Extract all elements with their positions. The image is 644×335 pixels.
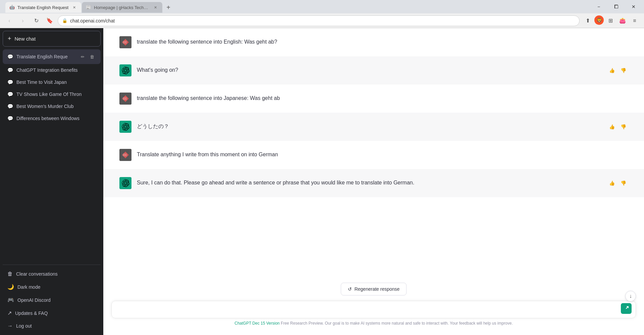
address-bar[interactable]: 🔒 chat.openai.com/chat (58, 15, 580, 26)
back-button[interactable]: ‹ (4, 15, 15, 26)
chat-main: translate the following sentence into En… (103, 28, 644, 335)
tab-close-1[interactable]: ✕ (71, 4, 77, 10)
message-row-1: translate the following sentence into En… (103, 28, 644, 56)
updates-faq-label: Updates & FAQ (15, 311, 48, 316)
chat-bubble-icon-2: 💬 (7, 79, 13, 85)
chat-item-label-3: TV Shows Like Game Of Thron (16, 92, 96, 97)
tab-bar: 🤖 Translate English Request ✕ 📰 Homepage… (3, 1, 588, 13)
input-wrapper (111, 301, 636, 318)
sidebar-item-tv-shows[interactable]: 💬 TV Shows Like Game Of Thron (3, 88, 101, 100)
external-link-icon: ↗ (7, 310, 12, 316)
sidebar-bottom: 🗑 Clear conversations 🌙 Dark mode 🎮 Open… (3, 268, 101, 332)
tab-ghacks[interactable]: 📰 Homepage | gHacks Technology News ✕ (82, 2, 162, 13)
chat-bubble-icon-0: 💬 (7, 54, 13, 59)
refresh-button[interactable]: ↻ (31, 15, 42, 26)
window-controls: − ⧠ ✕ (591, 1, 641, 12)
minimize-button[interactable]: − (591, 1, 606, 12)
log-out-label: Log out (16, 323, 32, 329)
plus-icon: + (8, 35, 11, 42)
send-button[interactable] (621, 303, 632, 314)
sidebar-toggle-button[interactable]: ⊞ (605, 15, 616, 26)
forward-button[interactable]: › (17, 15, 28, 26)
share-button[interactable]: ⬆ (582, 15, 593, 26)
tab-title-1: Translate English Request (17, 5, 68, 10)
sidebar: + New chat 💬 Translate English Reque ✏ 🗑… (0, 28, 103, 335)
user-avatar-1 (119, 36, 131, 48)
thumbs-up-button-4[interactable]: 👍 (607, 122, 616, 131)
openai-discord-label: OpenAI Discord (17, 297, 51, 303)
chatgpt-avatar-6 (119, 177, 131, 189)
dark-mode-button[interactable]: 🌙 Dark mode (3, 280, 101, 293)
chat-item-label-1: ChatGPT Integration Benefits (16, 67, 96, 73)
footer-link[interactable]: ChatGPT Dec 15 Version (234, 321, 280, 326)
message-content-5: Translate anything I write from this mom… (137, 149, 439, 161)
chat-item-label-2: Best Time to Visit Japan (16, 79, 96, 85)
chat-bubble-icon-3: 💬 (7, 92, 13, 97)
user-avatar-3 (119, 93, 131, 105)
chat-input[interactable] (112, 301, 636, 317)
input-area: ↺ Regenerate response ChatGPT Dec 15 Ver… (103, 277, 644, 335)
chat-item-label-5: Differences between Windows (16, 116, 96, 121)
message-row-4: どうしたの？ 👍 👎 (103, 113, 644, 141)
user-avatar-5 (119, 149, 131, 161)
nav-bar: ‹ › ↻ 🔖 🔒 chat.openai.com/chat ⬆ 🦁 ⊞ 👛 ≡ (0, 13, 644, 28)
dark-mode-label: Dark mode (17, 284, 40, 290)
edit-chat-button[interactable]: ✏ (78, 53, 87, 61)
message-actions-6: 👍 👎 (607, 177, 628, 188)
messages-container: translate the following sentence into En… (103, 28, 644, 277)
message-content-6: Sure, I can do that. Please go ahead and… (137, 177, 439, 189)
bookmark-button[interactable]: 🔖 (44, 15, 55, 26)
tab-favicon-2: 📰 (86, 5, 91, 10)
brave-shield-button[interactable]: 🦁 (594, 15, 604, 25)
menu-button[interactable]: ≡ (629, 15, 640, 26)
thumbs-down-button-2[interactable]: 👎 (619, 66, 628, 75)
message-content-4: どうしたの？ (137, 121, 439, 133)
scroll-bottom-button[interactable]: ↓ (625, 291, 636, 301)
footer-text: ChatGPT Dec 15 Version Free Research Pre… (111, 318, 636, 327)
thumbs-up-button-6[interactable]: 👍 (607, 178, 616, 188)
message-row-6: Sure, I can do that. Please go ahead and… (103, 169, 644, 197)
sidebar-item-best-time-japan[interactable]: 💬 Best Time to Visit Japan (3, 76, 101, 88)
message-content-2: What's going on? (137, 64, 439, 76)
browser-frame: 🤖 Translate English Request ✕ 📰 Homepage… (0, 0, 644, 335)
footer-description: Free Research Preview. Our goal is to ma… (280, 321, 513, 326)
regenerate-button[interactable]: ↺ Regenerate response (341, 283, 407, 295)
sidebar-item-chatgpt-integration[interactable]: 💬 ChatGPT Integration Benefits (3, 64, 101, 76)
address-text: chat.openai.com/chat (70, 18, 115, 23)
clear-conversations-button[interactable]: 🗑 Clear conversations (3, 268, 101, 280)
chatgpt-avatar-2 (119, 64, 131, 76)
tab-close-2[interactable]: ✕ (152, 4, 158, 10)
clear-conversations-label: Clear conversations (16, 271, 58, 277)
new-tab-button[interactable]: + (163, 2, 174, 13)
wallet-button[interactable]: 👛 (617, 15, 628, 26)
message-content-1: translate the following sentence into En… (137, 36, 439, 48)
log-out-button[interactable]: → Log out (3, 320, 101, 332)
chat-bubble-icon-5: 💬 (7, 116, 13, 121)
message-content-3: translate the following sentence into Ja… (137, 93, 439, 105)
thumbs-down-button-4[interactable]: 👎 (619, 122, 628, 131)
message-row-3: translate the following sentence into Ja… (103, 85, 644, 113)
chat-item-label-0: Translate English Reque (16, 54, 75, 59)
tab-translate-english[interactable]: 🤖 Translate English Request ✕ (5, 2, 81, 13)
sidebar-item-best-womens[interactable]: 💬 Best Women's Murder Club (3, 100, 101, 112)
thumbs-down-button-6[interactable]: 👎 (619, 178, 628, 188)
sidebar-item-differences-windows[interactable]: 💬 Differences between Windows (3, 112, 101, 124)
new-chat-button[interactable]: + New chat (3, 31, 101, 47)
updates-faq-button[interactable]: ↗ Updates & FAQ (3, 306, 101, 320)
message-row-2: What's going on? 👍 👎 (103, 56, 644, 85)
message-actions-2: 👍 👎 (607, 64, 628, 75)
close-button[interactable]: ✕ (626, 1, 641, 12)
sidebar-item-translate-english[interactable]: 💬 Translate English Reque ✏ 🗑 (3, 49, 101, 64)
regenerate-icon: ↺ (348, 286, 352, 292)
new-chat-label: New chat (15, 36, 36, 42)
message-actions-4: 👍 👎 (607, 121, 628, 131)
thumbs-up-button-2[interactable]: 👍 (607, 66, 616, 75)
sidebar-divider (3, 265, 101, 265)
delete-chat-button[interactable]: 🗑 (88, 53, 96, 61)
tab-favicon-1: 🤖 (9, 5, 15, 10)
app-container: + New chat 💬 Translate English Reque ✏ 🗑… (0, 28, 644, 335)
regenerate-label: Regenerate response (355, 286, 400, 292)
maximize-button[interactable]: ⧠ (608, 1, 624, 12)
openai-discord-button[interactable]: 🎮 OpenAI Discord (3, 293, 101, 306)
lock-icon: 🔒 (62, 18, 67, 23)
